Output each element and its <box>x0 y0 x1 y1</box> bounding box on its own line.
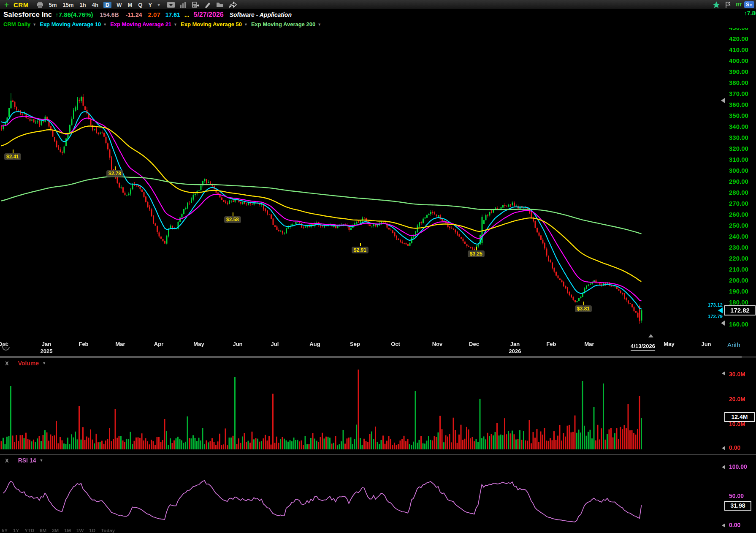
legend-item-4[interactable]: Exp Moving Average 200▼ <box>251 21 321 27</box>
volume-close-button[interactable]: X <box>5 360 9 367</box>
last-price-box: 172.82 <box>724 305 756 315</box>
earnings-marker[interactable]: $3.81 <box>575 305 592 312</box>
xaxis-month-label: Oct <box>391 340 400 348</box>
range-button-today[interactable]: Today <box>101 528 115 533</box>
earnings-marker[interactable]: $2.58 <box>224 216 241 223</box>
volume-zero-marker-icon <box>722 446 725 450</box>
rsi-tick: 0.00 <box>729 522 740 528</box>
timeframe-q[interactable]: Q <box>138 2 142 8</box>
price-tick: 420.00 <box>729 35 755 42</box>
timeframe-1h[interactable]: 1h <box>80 2 86 8</box>
price-tick: 220.00 <box>729 255 755 262</box>
sector-label: Software - Application <box>230 11 292 18</box>
volume-caret-icon[interactable]: ▼ <box>42 361 46 365</box>
timeframe-more-caret[interactable]: ▼ <box>157 3 161 7</box>
legend-caret-icon: ▼ <box>244 22 248 27</box>
rsi-pane-title[interactable]: RSI 14 <box>18 457 36 464</box>
rsi-close-button[interactable]: X <box>5 457 9 464</box>
xaxis-month-label: Feb <box>546 340 556 348</box>
legend-caret-icon: ▼ <box>173 22 177 27</box>
earnings-marker[interactable]: $2.78 <box>106 170 123 177</box>
earnings-marker[interactable]: $3.25 <box>468 250 485 257</box>
rsi-caret-icon[interactable]: ▼ <box>39 458 43 462</box>
legend-item-0[interactable]: CRM Daily▼ <box>3 21 36 27</box>
timeframe-15m[interactable]: 15m <box>62 2 73 8</box>
price-tick: 230.00 <box>729 244 755 251</box>
volume-high-marker-icon <box>722 371 725 375</box>
flag-icon[interactable] <box>725 1 731 8</box>
earnings-tick-icon <box>233 212 233 216</box>
selected-date-label: 4/13/2026 <box>631 343 655 351</box>
add-symbol-icon[interactable]: ＋ <box>3 0 10 9</box>
range-button-3m[interactable]: 3M <box>52 528 59 533</box>
quote-value-3: 17.61 <box>165 11 180 18</box>
timeframe-y[interactable]: Y <box>148 2 152 8</box>
range-button-1w[interactable]: 1W <box>76 528 84 533</box>
range-button-6m[interactable]: 6M <box>40 528 46 533</box>
timeframe-d[interactable]: D <box>103 2 111 8</box>
scale-mode-label[interactable]: Arith <box>727 341 740 348</box>
axis-settings-icon[interactable] <box>1 342 11 353</box>
earnings-marker[interactable]: $2.91 <box>352 247 369 253</box>
tv-mode-icon[interactable] <box>167 2 175 8</box>
price-tick: 360.00 <box>729 101 755 108</box>
xaxis-month-label: Mar <box>584 340 594 348</box>
chart-hscroll-thumb[interactable] <box>0 356 742 358</box>
range-button-1m[interactable]: 1M <box>64 528 71 533</box>
timeframe-4h[interactable]: 4h <box>92 2 98 8</box>
xaxis-month-label: Mar <box>115 340 125 348</box>
timeframe-buttons: 5m15m1h4hDWMQY <box>46 2 155 8</box>
rsi-tick: 100.00 <box>729 463 747 470</box>
trading-platform-window: ＋ CRM 5m15m1h4hDWMQY ▼ <box>0 0 756 533</box>
legend-item-1[interactable]: Exp Moving Average 10▼ <box>40 21 107 27</box>
range-button-1y[interactable]: 1Y <box>13 528 19 533</box>
period-high-marker-icon <box>721 98 725 103</box>
share-icon[interactable] <box>229 1 237 8</box>
timeframe-w[interactable]: W <box>117 2 122 8</box>
legend-item-3[interactable]: Exp Moving Average 50▼ <box>181 21 248 27</box>
xaxis-month-label: Jul <box>271 340 279 348</box>
bar-style-icon[interactable] <box>180 2 187 8</box>
timeframe-m[interactable]: M <box>128 2 133 8</box>
last-price-arrow-icon <box>718 307 723 313</box>
symbol-label[interactable]: CRM <box>14 1 29 8</box>
range-button-ytd[interactable]: YTD <box>24 528 34 533</box>
favorite-star-icon[interactable] <box>713 1 720 8</box>
legend-item-2[interactable]: Exp Moving Average 21▼ <box>110 21 177 27</box>
range-button-5y[interactable]: 5Y <box>2 528 8 533</box>
rsi-tick: 50.00 <box>729 492 744 499</box>
volume-pane-title[interactable]: Volume <box>18 360 39 367</box>
period-low-marker-icon <box>721 321 725 326</box>
indicator-legend: CRM Daily▼Exp Moving Average 10▼Exp Movi… <box>0 20 756 28</box>
price-chart-canvas[interactable] <box>0 0 756 533</box>
folder-icon[interactable] <box>216 2 224 8</box>
range-buttons-row: 5Y1YYTD6M3M1M1W1DToday <box>2 528 120 533</box>
rsi-high-marker-icon <box>722 465 725 469</box>
streaming-source-badge[interactable]: S▼ <box>744 1 754 8</box>
price-tick: 300.00 <box>729 167 755 174</box>
price-tick: 260.00 <box>729 211 755 218</box>
price-tick: 210.00 <box>729 266 755 273</box>
price-tick: 180.00 <box>729 299 755 306</box>
ask-price-label: 173.12 <box>691 302 723 307</box>
timeframe-5m[interactable]: 5m <box>49 2 57 8</box>
price-change: ↑7.86(4.76%) <box>55 11 93 18</box>
rsi-current-box: 31.98 <box>724 501 751 511</box>
pane-divider[interactable] <box>0 454 756 455</box>
xaxis-month-label: Aug <box>309 340 320 348</box>
calculator-icon[interactable] <box>192 1 199 8</box>
market-cap: 154.6B <box>100 11 119 18</box>
xaxis-month-label: May <box>664 340 674 348</box>
toolbar-right-group: RT S▼ <box>710 1 754 8</box>
quote-ellipsis[interactable]: ... <box>184 11 190 18</box>
quote-value-1: -11.24 <box>126 11 142 18</box>
mini-quote: ↑7.86 <box>744 10 756 16</box>
legend-item-label: Exp Moving Average 50 <box>181 21 242 27</box>
print-icon[interactable] <box>36 2 43 8</box>
range-button-1d[interactable]: 1D <box>89 528 95 533</box>
earnings-marker[interactable]: $2.41 <box>4 153 21 160</box>
volume-tick: 0.00 <box>729 444 740 451</box>
draw-pencil-icon[interactable] <box>204 1 211 8</box>
legend-caret-icon: ▼ <box>33 22 36 27</box>
realtime-badge[interactable]: RT <box>736 2 742 7</box>
